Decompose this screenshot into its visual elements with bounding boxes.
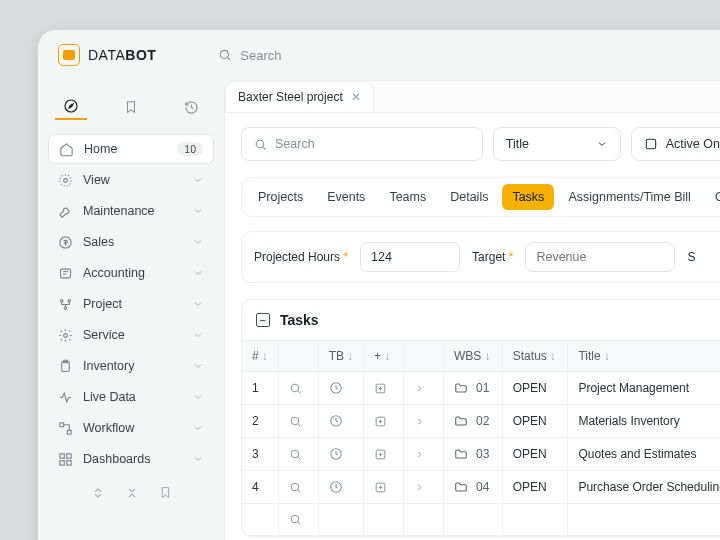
svg-point-0 xyxy=(221,50,229,58)
nav-label: Live Data xyxy=(83,390,136,404)
sidebar-item-sales[interactable]: Sales xyxy=(48,227,214,257)
cell-status: OPEN xyxy=(502,372,568,405)
document-tab[interactable]: Baxter Steel project ✕ xyxy=(225,81,374,112)
clock-icon[interactable] xyxy=(318,405,363,438)
sidebar-item-livedata[interactable]: Live Data xyxy=(48,382,214,412)
add-icon[interactable] xyxy=(364,471,404,504)
logo: DATABOT xyxy=(58,44,156,66)
add-icon[interactable] xyxy=(364,372,404,405)
svg-point-13 xyxy=(64,333,68,337)
accounting-icon xyxy=(58,266,73,281)
sidebar-item-project[interactable]: Project xyxy=(48,289,214,319)
cell-wbs: 04 xyxy=(444,471,503,504)
col-status[interactable]: Status↓ xyxy=(502,341,568,372)
zoom-icon[interactable] xyxy=(278,405,318,438)
sidebar-item-maintenance[interactable]: Maintenance xyxy=(48,196,214,226)
col-wbs[interactable]: WBS↓ xyxy=(444,341,503,372)
expand-icon[interactable] xyxy=(404,372,444,405)
add-icon[interactable] xyxy=(364,438,404,471)
cell-wbs: 02 xyxy=(444,405,503,438)
active-only-checkbox[interactable]: Active Only xyxy=(631,127,720,161)
close-icon[interactable]: ✕ xyxy=(351,90,361,104)
table-row[interactable]: 202OPENMaterials Inventory xyxy=(242,405,720,438)
col-title[interactable]: Title↓ xyxy=(568,341,720,372)
sidebar-item-workflow[interactable]: Workflow xyxy=(48,413,214,443)
history-icon[interactable] xyxy=(175,94,207,120)
sidebar-item-service[interactable]: Service xyxy=(48,320,214,350)
table-row[interactable]: 101OPENProject Management xyxy=(242,372,720,405)
zoom-icon[interactable] xyxy=(278,438,318,471)
cell-status: OPEN xyxy=(502,471,568,504)
subtab-projects[interactable]: Projects xyxy=(248,184,313,210)
col-num[interactable]: #↓ xyxy=(242,341,278,372)
table-row[interactable]: 303OPENQuotes and Estimates xyxy=(242,438,720,471)
zoom-icon[interactable] xyxy=(278,504,318,536)
svg-point-10 xyxy=(61,299,64,302)
active-only-label: Active Only xyxy=(666,137,720,151)
col-add[interactable]: +↓ xyxy=(364,341,404,372)
expand-icon[interactable] xyxy=(404,405,444,438)
col-zoom[interactable] xyxy=(278,341,318,372)
cell-status: OPEN xyxy=(502,405,568,438)
bookmark-icon[interactable] xyxy=(159,486,172,499)
table-row[interactable]: 404OPENPurchase Order Scheduling xyxy=(242,471,720,504)
svg-line-23 xyxy=(263,147,265,149)
nav-label: View xyxy=(83,173,110,187)
zoom-icon[interactable] xyxy=(278,372,318,405)
project-icon xyxy=(58,297,73,312)
sidebar-item-accounting[interactable]: Accounting xyxy=(48,258,214,288)
svg-line-32 xyxy=(297,423,300,426)
expand-icon[interactable] xyxy=(404,438,444,471)
sidebar-item-dashboards[interactable]: Dashboards xyxy=(48,444,214,474)
nav-label: Accounting xyxy=(83,266,145,280)
chevron-down-icon xyxy=(192,236,204,248)
col-expand[interactable] xyxy=(404,341,444,372)
subtab-tasks[interactable]: Tasks xyxy=(502,184,554,210)
subtab-teams[interactable]: Teams xyxy=(379,184,436,210)
nav-label: Sales xyxy=(83,235,114,249)
sort-dropdown[interactable]: Title xyxy=(493,127,621,161)
home-icon xyxy=(59,142,74,157)
clock-icon[interactable] xyxy=(318,438,363,471)
expand-icon[interactable] xyxy=(91,486,105,500)
dashboard-icon xyxy=(58,452,73,467)
projected-hours-input[interactable] xyxy=(360,242,460,272)
search-input[interactable]: Search xyxy=(241,127,483,161)
clipboard-icon xyxy=(58,359,73,374)
search-icon xyxy=(254,138,267,151)
svg-rect-7 xyxy=(61,269,71,278)
bookmark-icon[interactable] xyxy=(115,94,147,120)
filter-row: Search Title Active Only xyxy=(241,127,720,161)
chevron-down-icon xyxy=(192,298,204,310)
svg-point-4 xyxy=(64,178,68,182)
target-input[interactable] xyxy=(525,242,675,272)
app-window: DATABOT Search Home 10 View xyxy=(38,30,720,540)
sidebar-item-home[interactable]: Home 10 xyxy=(48,134,214,164)
subtab-assignments[interactable]: Assignments/Time Bill xyxy=(558,184,701,210)
subtab-orders[interactable]: Orders/Invoices xyxy=(705,184,720,210)
svg-line-38 xyxy=(297,456,300,459)
global-search-placeholder: Search xyxy=(240,48,281,63)
search-placeholder: Search xyxy=(275,137,315,151)
expand-icon[interactable] xyxy=(404,471,444,504)
col-tb[interactable]: TB↓ xyxy=(318,341,363,372)
sidebar-item-inventory[interactable]: Inventory xyxy=(48,351,214,381)
subtab-details[interactable]: Details xyxy=(440,184,498,210)
search-icon xyxy=(218,48,232,62)
sidebar-item-view[interactable]: View xyxy=(48,165,214,195)
global-search[interactable]: Search xyxy=(218,48,281,63)
svg-rect-18 xyxy=(60,453,64,457)
projected-hours-label: Projected Hours * xyxy=(254,250,348,264)
compass-icon[interactable] xyxy=(55,94,87,120)
collapse-icon[interactable] xyxy=(125,486,139,500)
clock-icon[interactable] xyxy=(318,471,363,504)
svg-line-50 xyxy=(297,522,300,525)
collapse-icon[interactable]: − xyxy=(256,313,270,327)
chevron-down-icon xyxy=(192,329,204,341)
cell-title: Project Management xyxy=(568,372,720,405)
clock-icon[interactable] xyxy=(318,372,363,405)
main-panel: Baxter Steel project ✕ Search Title xyxy=(224,80,720,540)
subtab-events[interactable]: Events xyxy=(317,184,375,210)
add-icon[interactable] xyxy=(364,405,404,438)
zoom-icon[interactable] xyxy=(278,471,318,504)
